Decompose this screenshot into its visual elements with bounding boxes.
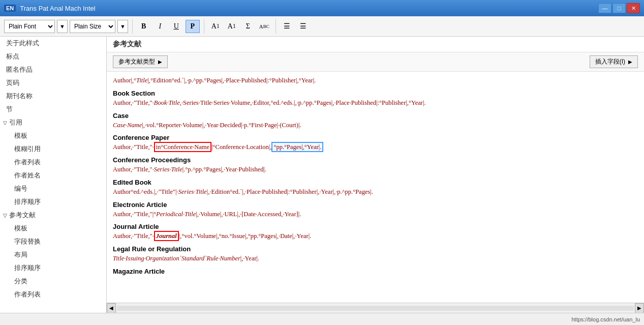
highlight-conference-name: in°Conference·Name bbox=[154, 142, 211, 152]
font-dropdown-button[interactable]: ▼ bbox=[57, 20, 68, 33]
sigma-button[interactable]: Σ bbox=[241, 20, 255, 33]
sidebar-item-anonymous[interactable]: 匿名作品 bbox=[0, 63, 106, 76]
align-left-button[interactable]: ☰ bbox=[280, 20, 294, 33]
toolbar-separator-1 bbox=[132, 19, 133, 34]
ref-template-book-section: Author,·"Title,"·Book·Title,·Series·Titl… bbox=[113, 98, 638, 108]
ref-section-book-section: Book Section Author,·"Title,"·Book·Title… bbox=[113, 90, 638, 108]
ref-title-case: Case bbox=[113, 112, 638, 120]
content-panel: 参考文献 参考文献类型 ▶ 插入字段(I) ▶ Author|,°Title|,… bbox=[107, 37, 644, 313]
size-select[interactable]: Plain Size bbox=[70, 20, 115, 33]
toolbar-separator-3 bbox=[275, 19, 276, 34]
titlebar: EN Trans Pat Anal Mach Intel — □ ✕ bbox=[0, 0, 644, 16]
content-title: 参考文献 bbox=[113, 40, 141, 48]
ref-template-edited-book: Author°ed.^eds.|,·"Title"|·Series·Title|… bbox=[113, 187, 638, 197]
content-toolbar: 参考文献类型 ▶ 插入字段(I) ▶ bbox=[107, 52, 644, 72]
sidebar-item-page[interactable]: 页码 bbox=[0, 76, 106, 90]
ref-title-journal-article: Journal Article bbox=[113, 223, 638, 230]
ref-section-conference-paper: Conference Paper Author,·"Title,"·in°Con… bbox=[113, 134, 638, 152]
status-url: https://blog.csdn.net/uan_lu bbox=[571, 316, 640, 322]
ref-title-edited-book: Edited Book bbox=[113, 179, 638, 186]
sidebar-item-journal-name[interactable]: 期刊名称 bbox=[0, 90, 106, 103]
sidebar: 关于此样式 标点 匿名作品 页码 期刊名称 节 ▽ 引用 模板 模糊引用 作者列… bbox=[0, 37, 107, 313]
minimize-button[interactable]: — bbox=[598, 3, 611, 13]
sidebar-item-sort-ref[interactable]: 排序顺序 bbox=[0, 261, 106, 275]
highlight-journal: Journal bbox=[154, 231, 179, 241]
sidebar-item-author-name-citation[interactable]: 作者姓名 bbox=[0, 169, 106, 182]
reference-arrow-icon: ▽ bbox=[3, 213, 7, 218]
ref-title-conference-proceedings: Conference Proceedings bbox=[113, 156, 638, 164]
ref-type-button[interactable]: 参考文献类型 ▶ bbox=[113, 55, 168, 68]
sidebar-item-sort-citation[interactable]: 排序顺序 bbox=[0, 195, 106, 209]
align-right-button[interactable]: ☰ bbox=[296, 20, 311, 33]
horizontal-scrollbar[interactable]: ◀ ▶ bbox=[107, 303, 644, 313]
statusbar: https://blog.csdn.net/uan_lu bbox=[0, 313, 644, 325]
scroll-right-button[interactable]: ▶ bbox=[635, 303, 644, 313]
insert-field-button[interactable]: 插入字段(I) ▶ bbox=[590, 55, 638, 68]
sidebar-group-reference-label: 参考文献 bbox=[9, 211, 36, 220]
sidebar-item-author-list-ref[interactable]: 作者列表 bbox=[0, 288, 106, 301]
ref-title-conference-paper: Conference Paper bbox=[113, 134, 638, 141]
sidebar-item-layout[interactable]: 布局 bbox=[0, 248, 106, 261]
sidebar-item-category[interactable]: 分类 bbox=[0, 275, 106, 288]
ref-section-edited-book: Edited Book Author°ed.^eds.|,·"Title"|·S… bbox=[113, 179, 638, 197]
superscript-button[interactable]: A1 bbox=[208, 20, 223, 33]
sidebar-item-fuzzy-citation[interactable]: 模糊引用 bbox=[0, 142, 106, 156]
sidebar-item-section[interactable]: 节 bbox=[0, 103, 106, 116]
ref-template-legal-rule: Title·Issuing·Organization`Standard`Rule… bbox=[113, 254, 638, 263]
main-area: 关于此样式 标点 匿名作品 页码 期刊名称 节 ▽ 引用 模板 模糊引用 作者列… bbox=[0, 37, 644, 313]
ref-title-legal-rule: Legal Rule or Regulation bbox=[113, 245, 638, 253]
ref-template-journal-article: Author,·"Title,"·Journal|,°vol.°Volume|,… bbox=[113, 231, 638, 241]
highlight-conference-pages: °pp.°Pages|,°Year|. bbox=[271, 142, 323, 152]
insert-field-arrow-icon: ▶ bbox=[628, 59, 632, 65]
ref-type-arrow-icon: ▶ bbox=[158, 59, 162, 65]
ref-template-conference-proceedings: Author,·"Title,"·Series·Title|.°p.^pp.°P… bbox=[113, 165, 638, 174]
ref-section-book: Author|,°Title|,°Edition°ed.`|,·p.^pp.°P… bbox=[113, 76, 638, 85]
ref-template-electronic-article: Author,·"Title,"|°Periodical·Title|,·Vol… bbox=[113, 210, 638, 219]
sidebar-item-about[interactable]: 关于此样式 bbox=[0, 37, 106, 50]
ref-section-journal-article: Journal Article Author,·"Title,"·Journal… bbox=[113, 223, 638, 241]
sidebar-item-punctuation[interactable]: 标点 bbox=[0, 50, 106, 63]
abc-button[interactable]: ABC bbox=[257, 20, 271, 33]
citation-arrow-icon: ▽ bbox=[3, 120, 7, 126]
content-header: 参考文献 bbox=[107, 37, 644, 52]
insert-field-label: 插入字段(I) bbox=[595, 57, 625, 66]
app-badge: EN bbox=[4, 5, 16, 12]
underline-button[interactable]: U bbox=[169, 20, 183, 33]
maximize-button[interactable]: □ bbox=[612, 3, 626, 13]
font-select[interactable]: Plain Font bbox=[4, 20, 55, 33]
ref-section-case: Case Case·Name|,·vol.°Reporter·Volume|,·… bbox=[113, 112, 638, 130]
sidebar-item-number-citation[interactable]: 编号 bbox=[0, 182, 106, 195]
ref-template-book: Author|,°Title|,°Edition°ed.`|,·p.^pp.°P… bbox=[113, 76, 638, 85]
bold-button[interactable]: B bbox=[137, 20, 151, 33]
ref-section-electronic-article: Electronic Article Author,·"Title,"|°Per… bbox=[113, 201, 638, 219]
content-body: Author|,°Title|,°Edition°ed.`|,·p.^pp.°P… bbox=[107, 72, 644, 303]
sidebar-item-field-substitute[interactable]: 字段替换 bbox=[0, 235, 106, 248]
scroll-track bbox=[117, 306, 634, 311]
toolbar-separator-2 bbox=[204, 19, 204, 34]
ref-section-conference-proceedings: Conference Proceedings Author,·"Title,"·… bbox=[113, 156, 638, 174]
sidebar-item-ref-template[interactable]: 模板 bbox=[0, 222, 106, 235]
titlebar-controls: — □ ✕ bbox=[598, 3, 640, 13]
close-button[interactable]: ✕ bbox=[627, 3, 640, 13]
italic-button[interactable]: I bbox=[153, 20, 167, 33]
sidebar-group-citation-label: 引用 bbox=[9, 118, 22, 127]
window-title: Trans Pat Anal Mach Intel bbox=[20, 5, 95, 12]
ref-template-case: Case·Name|,·vol.°Reporter·Volume|,·Year·… bbox=[113, 121, 638, 130]
sidebar-group-reference[interactable]: ▽ 参考文献 bbox=[0, 209, 106, 222]
toolbar: Plain Font ▼ Plain Size ▼ B I U P A1 A1 … bbox=[0, 16, 644, 37]
ref-title-book-section: Book Section bbox=[113, 90, 638, 97]
ref-section-legal-rule: Legal Rule or Regulation Title·Issuing·O… bbox=[113, 245, 638, 263]
sidebar-item-author-list-citation[interactable]: 作者列表 bbox=[0, 156, 106, 169]
sidebar-item-citation-template[interactable]: 模板 bbox=[0, 129, 106, 142]
ref-title-magazine-article: Magazine Article bbox=[113, 268, 638, 275]
scroll-left-button[interactable]: ◀ bbox=[107, 303, 116, 313]
ref-template-conference-paper: Author,·"Title,"·in°Conference·Name|°Con… bbox=[113, 142, 638, 152]
plain-p-button[interactable]: P bbox=[186, 20, 200, 33]
sidebar-group-citation[interactable]: ▽ 引用 bbox=[0, 116, 106, 129]
ref-section-magazine-article: Magazine Article bbox=[113, 268, 638, 275]
ref-title-electronic-article: Electronic Article bbox=[113, 201, 638, 209]
size-dropdown-button[interactable]: ▼ bbox=[117, 20, 128, 33]
ref-type-label: 参考文献类型 bbox=[118, 57, 155, 66]
subscript-button[interactable]: A1 bbox=[225, 20, 239, 33]
